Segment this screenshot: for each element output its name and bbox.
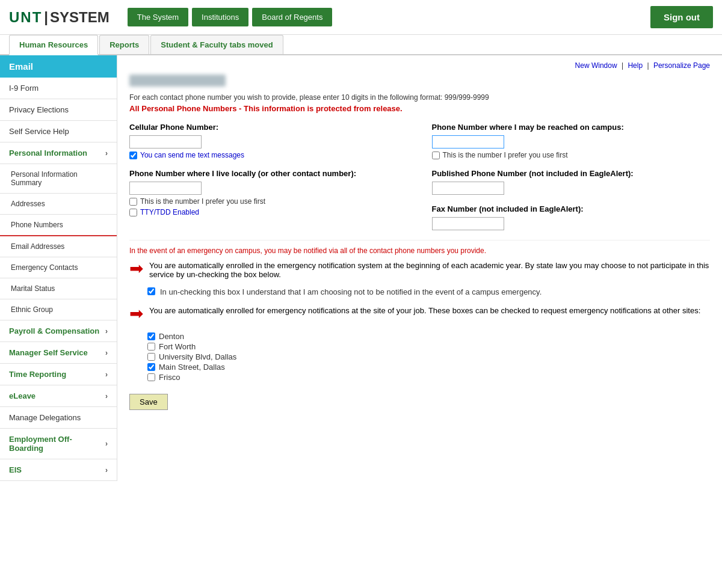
campus-label: Phone Number where I may be reached on c… <box>432 123 711 132</box>
opt-out-checkbox[interactable] <box>147 287 155 295</box>
utility-links: New Window | Help | Personalize Page <box>129 61 710 70</box>
sidebar-item-emergency-contacts[interactable]: Emergency Contacts <box>0 257 117 278</box>
sidebar-item-email-addresses[interactable]: Email Addresses <box>0 236 117 257</box>
arrow-right-icon2: ➡ <box>129 304 143 323</box>
sidebar-item-privacy-elections[interactable]: Privacy Elections <box>0 99 117 121</box>
sign-out-button[interactable]: Sign out <box>650 6 713 28</box>
local-phone-input[interactable] <box>129 182 202 195</box>
sidebar-section-eis-label: EIS <box>9 465 22 474</box>
tty-checkbox[interactable] <box>129 209 137 216</box>
campus-input-row <box>432 135 711 149</box>
nav-institutions[interactable]: Institutions <box>192 8 248 26</box>
tty-row: TTY/TDD Enabled <box>129 208 408 216</box>
local-input-row <box>129 182 408 195</box>
chevron-right-icon: › <box>105 327 108 335</box>
protected-message: All Personal Phone Numbers - This inform… <box>129 104 710 113</box>
sidebar-section-time-reporting[interactable]: Time Reporting › <box>0 364 117 385</box>
nav-board-of-regents[interactable]: Board of Regents <box>252 8 332 26</box>
sidebar-section-eis[interactable]: EIS › <box>0 459 117 481</box>
new-window-link[interactable]: New Window <box>575 61 617 70</box>
sidebar-section-payroll-label: Payroll & Compensation <box>9 326 99 335</box>
protected-text: This information is protected from relea… <box>244 104 403 113</box>
local-prefer-label: This is the number I prefer you use firs… <box>140 197 265 206</box>
location-main-street-checkbox[interactable] <box>147 363 155 371</box>
auto-enroll-row: ➡ You are automatically enrolled in the … <box>129 261 710 279</box>
sidebar-item-personal-info-summary[interactable]: Personal Information Summary <box>0 164 117 194</box>
instructions-text: For each contact phone number you wish t… <box>129 93 710 102</box>
sidebar-section-employment-offboarding[interactable]: Employment Off-Boarding › <box>0 429 117 459</box>
cellular-input-row <box>129 135 408 149</box>
sidebar-item-marital-status[interactable]: Marital Status <box>0 278 117 299</box>
sidebar-section-personal-info-label: Personal Information <box>9 149 87 158</box>
chevron-right-icon6: › <box>105 466 108 474</box>
campus-phone-input[interactable] <box>432 135 504 149</box>
sidebar-item-i9form[interactable]: I-9 Form <box>0 78 117 99</box>
arrow-right-icon1: ➡ <box>129 259 143 278</box>
main-layout: Email I-9 Form Privacy Elections Self Se… <box>0 55 722 481</box>
sidebar-item-self-service-help[interactable]: Self Service Help <box>0 121 117 142</box>
sidebar-item-ethnic-group[interactable]: Ethnic Group <box>0 299 117 320</box>
sidebar-section-manager-self-service[interactable]: Manager Self Service › <box>0 342 117 364</box>
cellular-phone-input[interactable] <box>129 135 202 149</box>
campus-prefer-checkbox[interactable] <box>432 152 440 159</box>
location-main-street-label: Main Street, Dallas <box>159 363 225 372</box>
fax-phone-input[interactable] <box>432 217 504 230</box>
published-phone-input[interactable] <box>432 182 504 195</box>
header-left: UNT | SYSTEM The System Institutions Boa… <box>9 8 332 26</box>
cellular-prefer-row: You can send me text messages <box>129 151 408 159</box>
job-notify-row: ➡ You are automatically enrolled for eme… <box>129 306 710 323</box>
cellular-prefer-checkbox[interactable] <box>129 152 137 159</box>
location-university-blvd-checkbox[interactable] <box>147 353 155 361</box>
published-label: Published Phone Number (not included in … <box>432 169 711 178</box>
campus-prefer-row: This is the number I prefer you use firs… <box>432 151 711 159</box>
sidebar-section-manager-label: Manager Self Service <box>9 348 88 357</box>
location-frisco-label: Frisco <box>159 373 180 382</box>
sidebar-item-manage-delegations[interactable]: Manage Delegations <box>0 407 117 429</box>
location-frisco-checkbox[interactable] <box>147 373 155 381</box>
tabs-bar: Human Resources Reports Student & Facult… <box>0 35 722 55</box>
location-denton-label: Denton <box>159 332 184 341</box>
tab-student-faculty[interactable]: Student & Faculty tabs moved <box>150 35 283 54</box>
chevron-down-icon: › <box>105 149 108 158</box>
location-fort-worth: Fort Worth <box>147 342 710 351</box>
location-university-blvd-label: University Blvd, Dallas <box>159 352 236 361</box>
personalize-link[interactable]: Personalize Page <box>653 61 710 70</box>
published-input-row <box>432 182 711 195</box>
save-section: Save <box>129 394 710 410</box>
location-list: Denton Fort Worth University Blvd, Dalla… <box>147 332 710 382</box>
header: UNT | SYSTEM The System Institutions Boa… <box>0 0 722 35</box>
protected-prefix: All Personal Phone Numbers - <box>129 104 244 113</box>
logo-unt: UNT <box>9 9 42 26</box>
tab-human-resources[interactable]: Human Resources <box>9 35 98 55</box>
auto-enroll-text: You are automatically enrolled in the em… <box>149 261 710 279</box>
location-fort-worth-label: Fort Worth <box>159 342 196 351</box>
sidebar-item-phone-numbers[interactable]: Phone Numbers <box>0 215 117 236</box>
sidebar-section-personal-info[interactable]: Personal Information › <box>0 142 117 164</box>
campus-prefer-label: This is the number I prefer you use firs… <box>443 151 568 159</box>
nav-the-system[interactable]: The System <box>128 8 188 26</box>
sep2: | <box>647 61 649 70</box>
form-right: Phone Number where I may be reached on c… <box>432 123 711 230</box>
sidebar-section-eleave-label: eLeave <box>9 391 35 400</box>
fax-input-row <box>432 217 711 230</box>
unchecking-row: In un-checking this box I understand tha… <box>147 287 710 296</box>
fax-label: Fax Number (not included in EagleAlert): <box>432 204 711 213</box>
sidebar-email[interactable]: Email <box>0 55 117 78</box>
emergency-notice: In the event of an emergency on campus, … <box>129 247 710 255</box>
help-link[interactable]: Help <box>628 61 643 70</box>
sidebar-item-addresses[interactable]: Addresses <box>0 194 117 215</box>
chevron-right-icon2: › <box>105 349 108 357</box>
content-area: New Window | Help | Personalize Page For… <box>117 55 722 481</box>
save-button[interactable]: Save <box>129 394 168 410</box>
sidebar-section-payroll[interactable]: Payroll & Compensation › <box>0 320 117 342</box>
logo: UNT | SYSTEM <box>9 9 110 26</box>
location-fort-worth-checkbox[interactable] <box>147 343 155 351</box>
sep1: | <box>622 61 623 70</box>
local-prefer-checkbox[interactable] <box>129 198 137 206</box>
sidebar: Email I-9 Form Privacy Elections Self Se… <box>0 55 117 481</box>
location-university-blvd: University Blvd, Dallas <box>147 352 710 361</box>
sidebar-section-eleave[interactable]: eLeave › <box>0 385 117 407</box>
location-denton-checkbox[interactable] <box>147 332 155 340</box>
job-notify-text: You are automatically enrolled for emerg… <box>149 306 710 315</box>
tab-reports[interactable]: Reports <box>99 35 149 54</box>
